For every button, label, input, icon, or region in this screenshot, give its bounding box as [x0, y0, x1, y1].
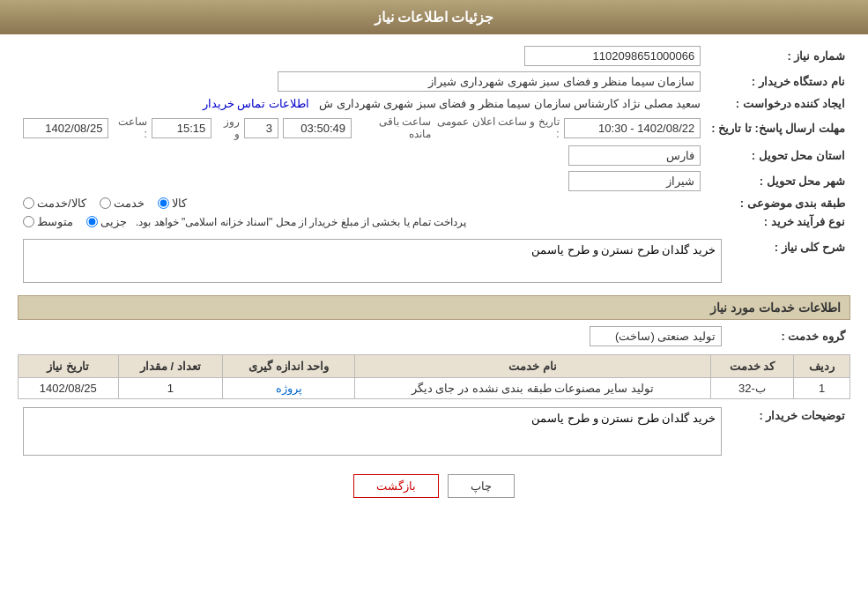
category-kala-label: کالا	[172, 197, 187, 210]
service-group-value: تولید صنعتی (ساخت)	[18, 323, 727, 349]
purchase-option-jozii[interactable]: جزیی	[86, 215, 127, 228]
city-label: شهر محل تحویل :	[706, 168, 850, 194]
purchase-note: پرداخت تمام یا بخشی از مبلغ خریدار از مح…	[136, 216, 466, 228]
need-number-input: 1102098651000066	[524, 46, 701, 66]
need-desc-label: شرح کلی نیاز :	[727, 236, 850, 288]
page-title: جزئیات اطلاعات نیاز	[375, 10, 494, 25]
cell-quantity: 1	[118, 378, 223, 399]
deadline-remaining-input: 03:50:49	[283, 118, 352, 138]
contact-link[interactable]: اطلاعات تماس خریدار	[203, 97, 309, 110]
buyer-org-label: نام دستگاه خریدار :	[706, 69, 850, 94]
description-table: شرح کلی نیاز :	[18, 236, 850, 288]
deadline-days-label: روز و	[216, 115, 240, 140]
purchase-motavaset-label: متوسط	[37, 215, 73, 228]
announce-value-input: 1402/08/22 - 10:30	[564, 118, 701, 138]
info-table: شماره نیاز : 1102098651000066 نام دستگاه…	[18, 43, 850, 231]
buyer-desc-label: توضیحات خریدار :	[727, 405, 850, 461]
deadline-label: مهلت ارسال پاسخ: تا تاریخ :	[706, 113, 850, 143]
category-option-kala-khedmat[interactable]: کالا/خدمت	[23, 197, 86, 210]
deadline-remaining-label: ساعت باقی مانده	[356, 115, 431, 140]
buyer-org-value: سازمان سیما منظر و فضای سبز شهری شهرداری…	[18, 69, 706, 94]
print-button[interactable]: چاپ	[448, 474, 515, 498]
category-khedmat-radio[interactable]	[100, 197, 111, 209]
city-input: شیراز	[568, 171, 701, 191]
col-row-num: ردیف	[794, 355, 850, 378]
buyer-desc-textarea[interactable]	[23, 407, 722, 456]
service-group-table: گروه خدمت : تولید صنعتی (ساخت)	[18, 323, 850, 349]
deadline-date-input: 1402/08/25	[23, 118, 108, 138]
col-service-code: کد خدمت	[710, 355, 794, 378]
cell-service-code: ب-32	[710, 378, 794, 399]
province-label: استان محل تحویل :	[706, 143, 850, 168]
cell-date: 1402/08/25	[19, 378, 119, 399]
creator-value: سعید مصلی نژاد کارشناس سازمان سیما منظر …	[18, 94, 706, 113]
services-data-table: ردیف کد خدمت نام خدمت واحد اندازه گیری ت…	[18, 354, 850, 399]
cell-unit: پروژه	[223, 378, 355, 399]
category-kala-khedmat-radio[interactable]	[23, 197, 34, 209]
deadline-time-input: 15:15	[152, 118, 211, 138]
col-service-name: نام خدمت	[354, 355, 710, 378]
province-input: فارس	[568, 145, 701, 166]
need-number-label: شماره نیاز :	[706, 43, 850, 69]
service-group-label: گروه خدمت :	[727, 323, 850, 349]
buyer-desc-value	[18, 405, 727, 461]
purchase-option-motavaset[interactable]: متوسط	[23, 215, 73, 228]
cell-service-name: تولید سایر مصنوعات طبقه بندی نشده در جای…	[354, 378, 710, 399]
purchase-jozii-radio[interactable]	[86, 216, 98, 227]
province-value: فارس	[18, 143, 706, 168]
category-option-kala[interactable]: کالا	[158, 197, 187, 210]
city-value: شیراز	[18, 168, 706, 194]
deadline-time-label: ساعت :	[113, 115, 146, 140]
category-khedmat-label: خدمت	[114, 197, 145, 210]
category-option-khedmat[interactable]: خدمت	[100, 197, 145, 210]
creator-text: سعید مصلی نژاد کارشناس سازمان سیما منظر …	[319, 97, 701, 110]
need-desc-value	[18, 236, 727, 288]
purchase-type-label: نوع فرآیند خرید :	[706, 212, 850, 231]
table-row: 1 ب-32 تولید سایر مصنوعات طبقه بندی نشده…	[19, 378, 850, 399]
need-number-value: 1102098651000066	[18, 43, 706, 69]
category-row: کالا/خدمت خدمت کالا	[18, 194, 706, 212]
page-header: جزئیات اطلاعات نیاز	[0, 0, 868, 34]
back-button[interactable]: بازگشت	[353, 474, 439, 498]
creator-label: ایجاد کننده درخواست :	[706, 94, 850, 113]
col-unit: واحد اندازه گیری	[223, 355, 355, 378]
purchase-motavaset-radio[interactable]	[23, 216, 34, 227]
button-bar: چاپ بازگشت	[18, 474, 850, 498]
purchase-type-row: متوسط جزیی پرداخت تمام یا بخشی از مبلغ خ…	[18, 212, 706, 231]
buyer-desc-table: توضیحات خریدار :	[18, 405, 850, 461]
col-quantity: تعداد / مقدار	[118, 355, 223, 378]
deadline-days-input: 3	[244, 118, 278, 138]
services-section-title: اطلاعات خدمات مورد نیاز	[18, 295, 850, 320]
need-desc-textarea[interactable]	[23, 239, 722, 283]
service-group-input: تولید صنعتی (ساخت)	[590, 326, 722, 346]
col-date: تاریخ نیاز	[19, 355, 119, 378]
cell-row-num: 1	[794, 378, 850, 399]
buyer-org-input: سازمان سیما منظر و فضای سبز شهری شهرداری…	[278, 71, 701, 92]
category-kala-radio[interactable]	[158, 197, 169, 209]
deadline-row: 1402/08/25 ساعت : 15:15 روز و 3 03:50:49…	[18, 113, 706, 143]
category-kala-khedmat-label: کالا/خدمت	[37, 197, 86, 210]
announce-label: تاریخ و ساعت اعلان عمومی :	[435, 115, 560, 140]
category-label: طبقه بندی موضوعی :	[706, 194, 850, 212]
purchase-jozii-label: جزیی	[100, 215, 127, 228]
